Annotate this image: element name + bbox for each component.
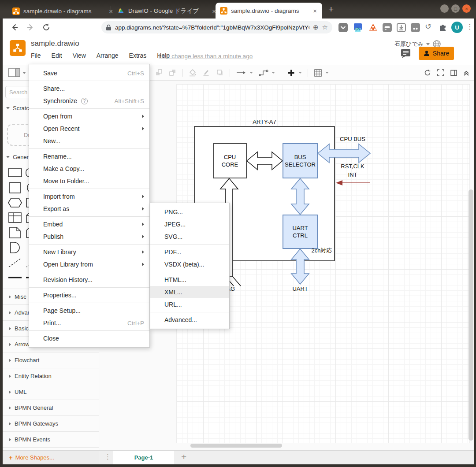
shape-half-circle[interactable]	[7, 241, 23, 254]
browser-tab-active[interactable]: sample.drawio - diagrams ×	[216, 3, 322, 19]
more-shapes-bar[interactable]: + More Shapes...	[3, 450, 99, 464]
shape-dashed-line[interactable]	[7, 256, 23, 269]
menu-edit[interactable]: Edit	[52, 52, 62, 59]
shape-rectangle[interactable]	[7, 167, 23, 179]
collapse-icon[interactable]	[463, 69, 470, 76]
menu-item-synchronize[interactable]: Synchronize?Alt+Shift+S	[29, 95, 149, 107]
arrow-uart-external[interactable]	[291, 249, 309, 284]
menu-item-xml[interactable]: XML...	[150, 286, 229, 298]
menu-item-embed[interactable]: Embed	[29, 218, 149, 230]
to-back-icon[interactable]	[169, 69, 177, 77]
menu-item-properties[interactable]: Properties...	[29, 289, 149, 301]
history-extension-icon[interactable]: ↺	[425, 22, 431, 31]
sidebar-section-bpmn-general[interactable]: BPMN General	[3, 400, 99, 415]
vertical-scrollbar[interactable]	[469, 189, 473, 441]
pocket-extension-icon[interactable]	[338, 23, 348, 32]
menu-item-export-as[interactable]: Export as	[29, 203, 149, 215]
sidebar-section-entity-relation[interactable]: Entity Relation	[3, 368, 99, 384]
menu-arrange[interactable]: Arrange	[97, 52, 119, 59]
menu-item-print[interactable]: Print...Ctrl+P	[29, 317, 149, 329]
menu-item-advanced[interactable]: Advanced...	[150, 314, 229, 326]
menu-item-new[interactable]: New...	[29, 135, 149, 147]
menu-item-svg[interactable]: SVG...	[150, 230, 229, 243]
window-minimize-button[interactable]: −	[440, 4, 449, 13]
browser-menu-icon[interactable]: ⋮	[466, 22, 473, 31]
drawio-extension-icon[interactable]	[368, 23, 378, 32]
tabs-extension-icon[interactable]	[411, 23, 420, 32]
chevron-down-icon[interactable]	[249, 72, 253, 74]
diagram-node-uart-ctrl[interactable]: UART CTRL	[283, 215, 318, 249]
menu-item-png[interactable]: PNG...	[150, 206, 229, 218]
diagram-node-cpu-core[interactable]: CPU CORE	[213, 143, 247, 178]
sidebar-view-toggle[interactable]	[8, 68, 26, 77]
menu-item-open-from[interactable]: Open from	[29, 110, 149, 122]
diagram-label-cpu-bus[interactable]: CPU BUS	[340, 136, 365, 142]
add-page-button[interactable]: +	[181, 452, 186, 462]
url-bar[interactable]: app.diagrams.net/?state=%7B"folderId":"1…	[101, 21, 332, 33]
bookmark-star-icon[interactable]: ☆	[322, 23, 328, 31]
menu-item-pdf[interactable]: PDF...	[150, 246, 229, 258]
shape-hexagon[interactable]	[7, 196, 23, 209]
shape-document[interactable]	[7, 226, 23, 239]
shape-square[interactable]	[7, 182, 23, 194]
diagram-label-int[interactable]: INT	[348, 171, 357, 178]
autosave-status[interactable]: Last change less than a minute ago	[159, 53, 253, 59]
page-tab-1[interactable]: Page-1	[113, 451, 174, 464]
diagram-label-arty-a7[interactable]: ARTY-A7	[253, 119, 276, 125]
window-close-button[interactable]: ×	[462, 4, 471, 13]
diagram-label-2ch[interactable]: 2ch対応	[312, 247, 332, 255]
menu-item-make-a-copy[interactable]: Make a Copy...	[29, 163, 149, 175]
menu-item-open-recent[interactable]: Open Recent	[29, 122, 149, 135]
horizontal-scrollbar[interactable]	[190, 444, 282, 448]
pages-handle-icon[interactable]: ⋮	[104, 453, 111, 461]
page-zoom-icon[interactable]: ⊕	[313, 23, 319, 31]
forward-icon[interactable]	[26, 22, 35, 32]
sidebar-section-uml[interactable]: UML	[3, 384, 99, 400]
arrow-bus-uart[interactable]	[291, 178, 309, 215]
menu-file[interactable]: File	[31, 52, 41, 59]
menu-item-url[interactable]: URL...	[150, 298, 229, 311]
table-icon[interactable]	[314, 69, 322, 77]
line-color-icon[interactable]	[202, 69, 210, 77]
tab-close-icon[interactable]: ×	[312, 7, 318, 15]
fill-color-icon[interactable]	[189, 69, 197, 77]
menu-item-page-setup[interactable]: Page Setup...	[29, 304, 149, 317]
sidebar-section-bpmn-events[interactable]: BPMN Events	[3, 431, 99, 448]
diagram-node-bus-selector[interactable]: BUS SELECTOR	[283, 143, 318, 178]
diagram-label-uart[interactable]: UART	[292, 285, 308, 292]
menu-item-html[interactable]: HTML...	[150, 274, 229, 286]
menu-item-rename[interactable]: Rename...	[29, 150, 149, 163]
shape-table[interactable]	[7, 211, 23, 224]
menu-item-import-from[interactable]: Import from	[29, 190, 149, 203]
connection-style-icon[interactable]	[236, 69, 246, 77]
puzzle-extensions-icon[interactable]	[438, 23, 447, 32]
back-icon[interactable]	[10, 22, 19, 32]
menu-item-move-to-folder[interactable]: Move to Folder...	[29, 175, 149, 187]
sidebar-section-bpmn-gateways[interactable]: BPMN Gateways	[3, 415, 99, 431]
format-panel-icon[interactable]	[450, 69, 457, 77]
menu-item-revision-history[interactable]: Revision History...	[29, 274, 149, 286]
window-maximize-button[interactable]: □	[451, 4, 460, 13]
reload-icon[interactable]	[41, 22, 51, 32]
new-tab-button[interactable]: +	[328, 4, 334, 14]
download-extension-icon[interactable]	[397, 23, 406, 32]
chevron-down-icon[interactable]	[298, 72, 302, 74]
menu-item-publish[interactable]: Publish	[29, 230, 149, 243]
arrow-cpu-bus-selector[interactable]	[247, 152, 283, 170]
insert-icon[interactable]	[287, 69, 295, 77]
browser-tab-1[interactable]: sample.drawio - diagrams ×	[8, 4, 118, 19]
menu-item-vsdx[interactable]: VSDX (beta)...	[150, 258, 229, 271]
menu-item-new-library[interactable]: New Library	[29, 246, 149, 258]
menu-view[interactable]: View	[73, 52, 86, 59]
waypoint-style-icon[interactable]	[259, 69, 268, 77]
menu-item-save[interactable]: SaveCtrl+S	[29, 67, 149, 79]
timer-extension-icon[interactable]: 5h	[353, 23, 363, 32]
arrow-cpu-bus[interactable]	[318, 144, 370, 163]
chat-extension-icon[interactable]	[383, 23, 392, 32]
menu-item-share[interactable]: Share...	[29, 82, 149, 95]
menu-item-open-library-from[interactable]: Open Library from	[29, 258, 149, 271]
shape-line[interactable]	[7, 271, 23, 284]
comments-icon[interactable]	[400, 48, 411, 59]
browser-tab-2[interactable]: DrawIO - Google ドライブ ×	[113, 4, 221, 19]
chevron-down-icon[interactable]	[325, 72, 329, 74]
